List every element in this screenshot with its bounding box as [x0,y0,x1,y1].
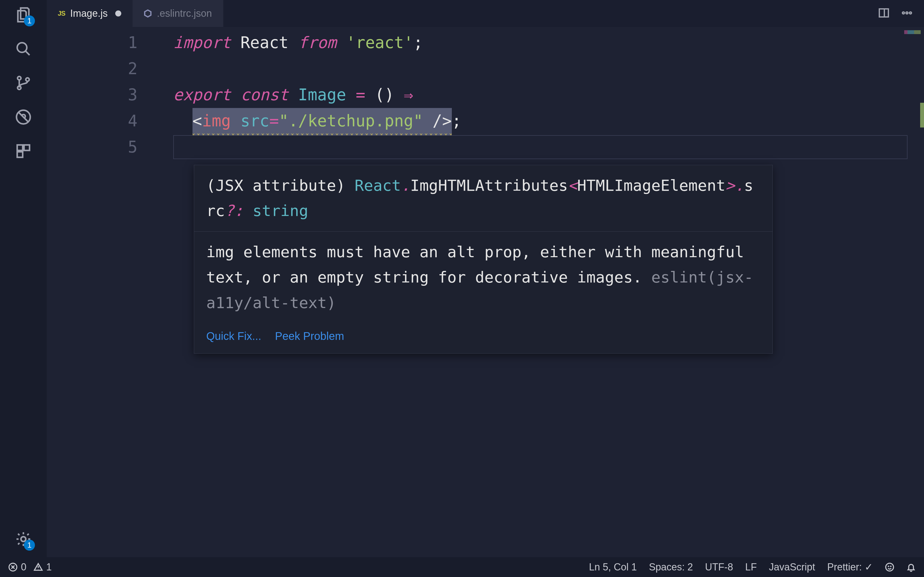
line-number: 2 [47,56,137,82]
code-line [173,56,908,82]
svg-point-10 [21,537,26,542]
quick-fix-link[interactable]: Quick Fix... [206,327,261,345]
peek-problem-link[interactable]: Peek Problem [275,327,344,345]
status-prettier[interactable]: Prettier: ✓ [827,561,873,573]
settings-badge: 1 [24,540,35,551]
line-number: 3 [47,82,137,108]
search-icon[interactable] [13,39,33,59]
svg-point-15 [909,12,911,14]
eslint-file-icon [144,9,152,18]
code-line: export const Image = () ⇒ [173,82,908,108]
tab-bar: JS Image.js .eslintrc.json [47,0,924,27]
status-cursor[interactable]: Ln 5, Col 1 [589,561,637,573]
code-line-current [173,134,908,160]
editor-main: JS Image.js .eslintrc.json [47,0,924,557]
tab-image-js[interactable]: JS Image.js [47,0,132,27]
code-content: import React from 'react'; export const … [173,30,924,160]
line-number: 1 [47,30,137,56]
dirty-indicator-icon [115,10,121,16]
line-number: 4 [47,108,137,134]
tab-label: .eslintrc.json [157,8,212,19]
status-bell-icon[interactable] [906,562,916,572]
hover-signature: (JSX attribute) React.ImgHTMLAttributes<… [194,165,772,231]
source-control-icon[interactable] [13,73,33,93]
error-icon [8,562,18,572]
hover-message: img elements must have an alt prop, eith… [194,232,772,323]
svg-point-0 [17,43,27,53]
svg-point-23 [890,566,891,567]
explorer-badge: 1 [24,15,35,26]
svg-line-1 [26,52,30,55]
svg-point-13 [903,12,905,14]
svg-point-2 [18,76,21,80]
js-file-icon: JS [58,10,65,17]
status-encoding[interactable]: UTF-8 [705,561,733,573]
more-actions-icon[interactable] [901,7,913,20]
extensions-icon[interactable] [13,141,33,161]
code-editor[interactable]: 1 2 3 4 5 import React from 'react'; exp… [47,27,924,557]
line-number-gutter: 1 2 3 4 5 [47,30,154,160]
svg-point-14 [906,12,908,14]
svg-point-4 [26,78,29,81]
status-eol[interactable]: LF [745,561,757,573]
split-editor-icon[interactable] [878,7,890,20]
status-language[interactable]: JavaScript [769,561,815,573]
explorer-icon[interactable]: 1 [13,5,33,25]
svg-rect-9 [17,152,23,158]
svg-point-21 [886,563,893,571]
line-number: 5 [47,134,137,160]
app-root: 1 1 JS Image.js [0,0,924,557]
hover-tooltip: (JSX attribute) React.ImgHTMLAttributes<… [194,165,773,354]
code-line: import React from 'react'; [173,30,908,56]
status-feedback-icon[interactable] [885,562,894,572]
svg-point-22 [888,566,889,567]
editor-actions [878,0,924,27]
status-warnings[interactable]: 1 [34,561,52,573]
code-line: <img src="./ketchup.png" />; [173,108,908,134]
settings-gear-icon[interactable]: 1 [13,529,33,549]
overview-ruler-mark[interactable] [920,103,924,127]
tab-label: Image.js [70,8,108,19]
activity-bar: 1 1 [0,0,47,557]
hover-actions: Quick Fix... Peek Problem [194,323,772,353]
tab-eslintrc[interactable]: .eslintrc.json [132,0,223,27]
status-bar: 0 1 Ln 5, Col 1 Spaces: 2 UTF-8 LF JavaS… [0,557,924,577]
warning-icon [34,562,43,572]
svg-line-6 [19,112,28,122]
debug-icon[interactable] [13,107,33,127]
svg-rect-8 [24,145,30,151]
status-indent[interactable]: Spaces: 2 [649,561,693,573]
status-errors[interactable]: 0 [8,561,26,573]
svg-rect-7 [17,145,23,151]
